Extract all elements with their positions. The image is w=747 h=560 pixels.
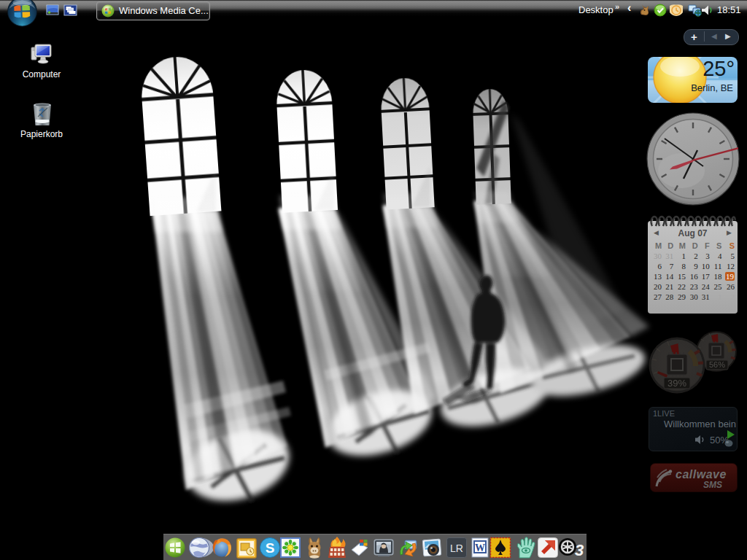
svg-text:39%: 39% [667, 378, 686, 389]
svg-text:3: 3 [575, 541, 584, 559]
svg-text:56%: 56% [709, 360, 725, 369]
svg-text:W: W [475, 542, 485, 553]
svg-text:LR: LR [450, 542, 463, 554]
svg-text:S: S [266, 540, 275, 556]
